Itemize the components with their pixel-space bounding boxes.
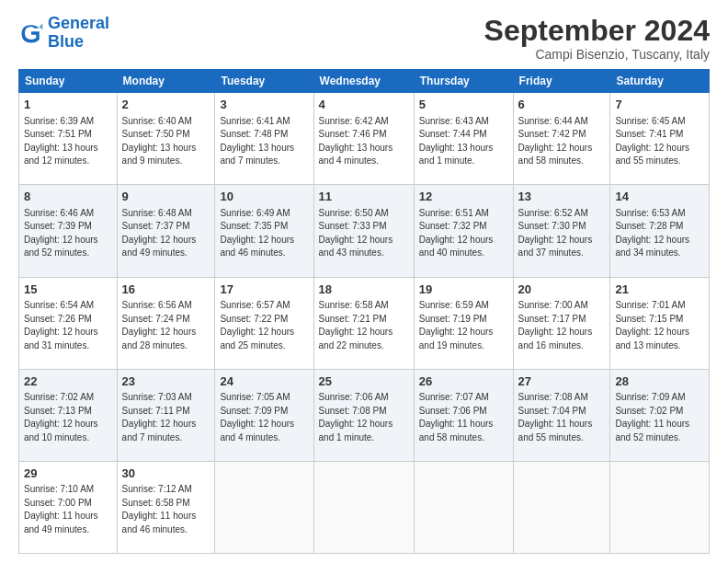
day-number: 2 (122, 97, 210, 113)
cell-info: Sunrise: 6:50 AMSunset: 7:33 PMDaylight:… (319, 208, 393, 259)
calendar-cell: 24 Sunrise: 7:05 AMSunset: 7:09 PMDaylig… (215, 369, 313, 461)
day-number: 11 (319, 189, 409, 205)
calendar-cell: 25 Sunrise: 7:06 AMSunset: 7:08 PMDaylig… (313, 369, 414, 461)
day-number: 13 (518, 189, 606, 205)
day-header-tuesday: Tuesday (215, 70, 313, 93)
calendar-cell: 26 Sunrise: 7:07 AMSunset: 7:06 PMDaylig… (414, 369, 513, 461)
day-number: 24 (220, 373, 308, 390)
cell-info: Sunrise: 6:41 AMSunset: 7:48 PMDaylight:… (220, 116, 294, 167)
cell-info: Sunrise: 7:08 AMSunset: 7:04 PMDaylight:… (518, 392, 593, 442)
cell-info: Sunrise: 6:45 AMSunset: 7:41 PMDaylight:… (615, 116, 689, 167)
calendar-cell: 1 Sunrise: 6:39 AMSunset: 7:51 PMDayligh… (19, 93, 118, 185)
calendar-cell (215, 461, 313, 553)
cell-info: Sunrise: 6:51 AMSunset: 7:32 PMDaylight:… (419, 208, 494, 259)
day-number: 16 (122, 282, 210, 298)
calendar-cell (513, 461, 610, 553)
calendar-cell: 27 Sunrise: 7:08 AMSunset: 7:04 PMDaylig… (513, 369, 610, 461)
day-number: 10 (220, 189, 308, 205)
day-number: 8 (24, 189, 112, 205)
calendar-cell: 6 Sunrise: 6:44 AMSunset: 7:42 PMDayligh… (513, 93, 610, 185)
day-number: 5 (419, 97, 508, 113)
title-block: September 2024 Campi Bisenzio, Tuscany, … (484, 15, 710, 62)
calendar-cell: 7 Sunrise: 6:45 AMSunset: 7:41 PMDayligh… (610, 93, 710, 185)
logo: General Blue (18, 15, 109, 52)
cell-info: Sunrise: 6:56 AMSunset: 7:24 PMDaylight:… (122, 300, 197, 350)
cell-info: Sunrise: 7:05 AMSunset: 7:09 PMDaylight:… (220, 392, 294, 442)
cell-info: Sunrise: 6:48 AMSunset: 7:37 PMDaylight:… (122, 208, 197, 259)
day-number: 12 (419, 189, 508, 205)
calendar-cell: 10 Sunrise: 6:49 AMSunset: 7:35 PMDaylig… (215, 185, 313, 277)
cell-info: Sunrise: 7:02 AMSunset: 7:13 PMDaylight:… (24, 392, 98, 442)
day-header-thursday: Thursday (414, 70, 513, 93)
day-number: 3 (220, 97, 308, 113)
calendar-cell: 22 Sunrise: 7:02 AMSunset: 7:13 PMDaylig… (19, 369, 118, 461)
day-number: 21 (615, 282, 704, 298)
calendar-cell: 19 Sunrise: 6:59 AMSunset: 7:19 PMDaylig… (414, 277, 513, 369)
cell-info: Sunrise: 7:07 AMSunset: 7:06 PMDaylight:… (419, 392, 494, 442)
calendar-cell: 17 Sunrise: 6:57 AMSunset: 7:22 PMDaylig… (215, 277, 313, 369)
calendar-cell: 16 Sunrise: 6:56 AMSunset: 7:24 PMDaylig… (117, 277, 215, 369)
page: General Blue September 2024 Campi Bisenz… (0, 0, 728, 563)
day-number: 9 (122, 189, 210, 205)
day-number: 28 (615, 373, 704, 390)
day-header-saturday: Saturday (610, 70, 710, 93)
calendar-cell: 23 Sunrise: 7:03 AMSunset: 7:11 PMDaylig… (117, 369, 215, 461)
calendar-week-3: 15 Sunrise: 6:54 AMSunset: 7:26 PMDaylig… (19, 277, 710, 369)
logo-text: General Blue (48, 15, 109, 52)
cell-info: Sunrise: 7:00 AMSunset: 7:17 PMDaylight:… (518, 300, 593, 350)
logo-line1: General (48, 14, 109, 32)
day-number: 6 (518, 97, 606, 113)
calendar-cell: 9 Sunrise: 6:48 AMSunset: 7:37 PMDayligh… (117, 185, 215, 277)
calendar-cell (414, 461, 513, 553)
cell-info: Sunrise: 6:42 AMSunset: 7:46 PMDaylight:… (319, 116, 393, 167)
cell-info: Sunrise: 7:10 AMSunset: 7:00 PMDaylight:… (24, 484, 98, 534)
day-number: 4 (319, 97, 409, 113)
day-number: 27 (518, 373, 606, 390)
cell-info: Sunrise: 6:40 AMSunset: 7:50 PMDaylight:… (122, 116, 197, 167)
calendar-cell: 4 Sunrise: 6:42 AMSunset: 7:46 PMDayligh… (313, 93, 414, 185)
day-number: 14 (615, 189, 704, 205)
cell-info: Sunrise: 6:58 AMSunset: 7:21 PMDaylight:… (319, 300, 393, 350)
cell-info: Sunrise: 6:57 AMSunset: 7:22 PMDaylight:… (220, 300, 294, 350)
logo-icon (18, 20, 44, 46)
cell-info: Sunrise: 7:03 AMSunset: 7:11 PMDaylight:… (122, 392, 197, 442)
calendar-body: 1 Sunrise: 6:39 AMSunset: 7:51 PMDayligh… (19, 93, 710, 554)
calendar-week-1: 1 Sunrise: 6:39 AMSunset: 7:51 PMDayligh… (19, 93, 710, 185)
calendar-cell: 29 Sunrise: 7:10 AMSunset: 7:00 PMDaylig… (19, 461, 118, 553)
cell-info: Sunrise: 6:53 AMSunset: 7:28 PMDaylight:… (615, 208, 689, 259)
calendar-cell: 30 Sunrise: 7:12 AMSunset: 6:58 PMDaylig… (117, 461, 215, 553)
cell-info: Sunrise: 7:01 AMSunset: 7:15 PMDaylight:… (615, 300, 689, 350)
day-number: 7 (615, 97, 704, 113)
day-header-monday: Monday (117, 70, 215, 93)
calendar-cell: 14 Sunrise: 6:53 AMSunset: 7:28 PMDaylig… (610, 185, 710, 277)
day-number: 15 (24, 282, 112, 298)
calendar-cell: 3 Sunrise: 6:41 AMSunset: 7:48 PMDayligh… (215, 93, 313, 185)
day-header-wednesday: Wednesday (313, 70, 414, 93)
cell-info: Sunrise: 6:39 AMSunset: 7:51 PMDaylight:… (24, 116, 98, 167)
calendar-week-4: 22 Sunrise: 7:02 AMSunset: 7:13 PMDaylig… (19, 369, 710, 461)
day-number: 17 (220, 282, 308, 298)
cell-info: Sunrise: 6:54 AMSunset: 7:26 PMDaylight:… (24, 300, 98, 350)
calendar-cell: 13 Sunrise: 6:52 AMSunset: 7:30 PMDaylig… (513, 185, 610, 277)
calendar-cell: 2 Sunrise: 6:40 AMSunset: 7:50 PMDayligh… (117, 93, 215, 185)
day-number: 19 (419, 282, 508, 298)
day-number: 26 (419, 373, 508, 390)
calendar-cell: 21 Sunrise: 7:01 AMSunset: 7:15 PMDaylig… (610, 277, 710, 369)
cell-info: Sunrise: 6:44 AMSunset: 7:42 PMDaylight:… (518, 116, 593, 167)
calendar-week-5: 29 Sunrise: 7:10 AMSunset: 7:00 PMDaylig… (19, 461, 710, 553)
cell-info: Sunrise: 7:09 AMSunset: 7:02 PMDaylight:… (615, 392, 689, 442)
calendar-cell: 8 Sunrise: 6:46 AMSunset: 7:39 PMDayligh… (19, 185, 118, 277)
cell-info: Sunrise: 7:12 AMSunset: 6:58 PMDaylight:… (122, 484, 197, 534)
day-number: 29 (24, 465, 112, 482)
day-number: 20 (518, 282, 606, 298)
calendar-cell: 11 Sunrise: 6:50 AMSunset: 7:33 PMDaylig… (313, 185, 414, 277)
cell-info: Sunrise: 6:43 AMSunset: 7:44 PMDaylight:… (419, 116, 494, 167)
calendar-cell (313, 461, 414, 553)
cell-info: Sunrise: 6:49 AMSunset: 7:35 PMDaylight:… (220, 208, 294, 259)
calendar-cell (610, 461, 710, 553)
day-number: 23 (122, 373, 210, 390)
calendar-cell: 12 Sunrise: 6:51 AMSunset: 7:32 PMDaylig… (414, 185, 513, 277)
calendar-cell: 20 Sunrise: 7:00 AMSunset: 7:17 PMDaylig… (513, 277, 610, 369)
main-title: September 2024 (484, 15, 710, 47)
cell-info: Sunrise: 6:46 AMSunset: 7:39 PMDaylight:… (24, 208, 98, 259)
